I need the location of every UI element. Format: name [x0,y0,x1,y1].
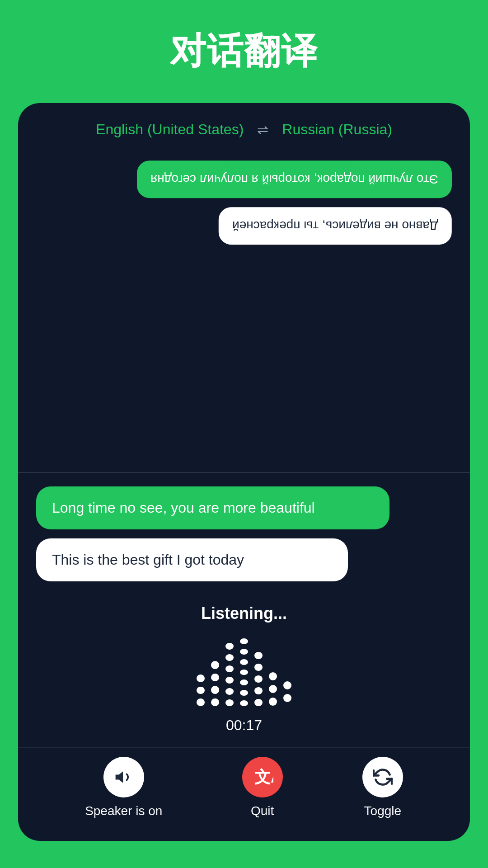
wave-dot [225,643,234,650]
flipped-bubble-green: Это лучший подарок, который я получил се… [137,160,452,198]
bottom-controls: Speaker is on 文A Quit Toggle [18,747,470,841]
swap-languages-icon[interactable]: ⇌ [257,122,268,137]
wave-dot [225,688,234,695]
app-title: 对话翻译 [170,27,318,76]
target-language[interactable]: Russian (Russia) [282,121,392,138]
wave-dot [240,690,248,696]
wave-dot [269,698,277,706]
quit-label: Quit [251,804,274,818]
quit-control: 文A Quit [242,757,283,818]
speaker-control: Speaker is on [85,757,162,818]
wave-dot [269,672,277,680]
wave-dot [269,685,277,693]
wave-dot [254,664,263,671]
speaker-label: Speaker is on [85,804,162,818]
wave-dot [240,700,248,706]
wave-col-2 [211,661,219,706]
wave-dot [225,654,234,661]
wave-dot [240,659,248,665]
wave-dot [211,686,219,694]
wave-dot [211,674,219,682]
flipped-chat-area: Это лучший подарок, который я получил се… [18,151,470,472]
wave-dot [225,665,234,672]
wave-col-6 [269,672,277,706]
wave-dot [254,675,263,683]
speaker-icon [114,767,134,787]
wave-dot [283,694,291,702]
wave-col-5 [254,652,263,706]
wave-dot [211,698,219,707]
wave-dot [225,699,234,706]
toggle-label: Toggle [364,804,402,818]
listening-label: Listening... [201,604,287,623]
wave-col-3 [225,643,234,706]
wave-col-7 [283,681,291,706]
source-language[interactable]: English (United States) [96,121,244,138]
recording-timer: 00:17 [226,717,262,734]
wave-dot [254,687,263,694]
wave-dot [240,670,248,675]
toggle-icon [373,767,393,787]
wave-dot [197,687,205,694]
main-card: English (United States) ⇌ Russian (Russi… [18,103,470,841]
wave-col-1 [197,675,205,706]
language-bar: English (United States) ⇌ Russian (Russi… [18,103,470,151]
toggle-control: Toggle [362,757,403,818]
wave-dot [240,649,248,655]
speaker-button[interactable] [103,757,144,797]
waveform-visualization [197,634,291,706]
wave-dot [254,699,263,706]
svg-text:文A: 文A [254,768,273,786]
wave-dot [197,698,205,706]
normal-chat-area: Long time no see, you are more beautiful… [18,473,470,595]
wave-dot [254,652,263,659]
wave-dot [240,638,248,644]
translate-icon: 文A [252,766,273,788]
message-bubble-green: Long time no see, you are more beautiful [36,486,389,529]
flipped-bubble-white: Давно не виделись, ты прекрасней [219,207,452,245]
quit-button[interactable]: 文A [242,757,283,797]
wave-dot [211,661,219,669]
toggle-button[interactable] [362,757,403,797]
wave-dot [240,679,248,685]
wave-dot [197,675,205,682]
wave-col-4 [240,638,248,706]
listening-section: Listening... [18,595,470,747]
wave-dot [225,677,234,684]
message-bubble-white: This is the best gift I got today [36,538,348,581]
wave-dot [283,681,291,689]
